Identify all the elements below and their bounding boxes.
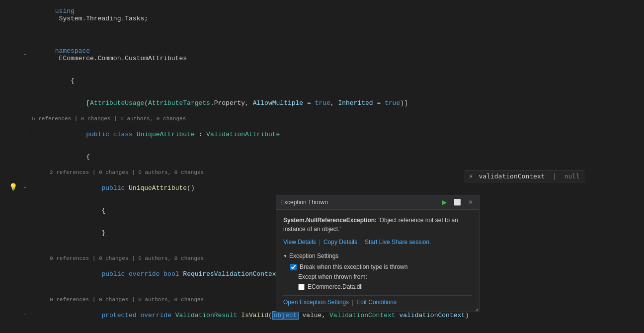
open-exception-settings-link[interactable]: Open Exception Settings — [283, 299, 349, 306]
code-line-brace-open: { — [0, 70, 644, 92]
exception-type: System.NullReferenceException: — [283, 217, 377, 224]
dialog-close-button[interactable]: ✕ — [466, 198, 475, 207]
collapse-ctor[interactable]: − — [23, 185, 26, 191]
collapse-namespace[interactable]: − — [23, 52, 26, 58]
edit-conditions-link[interactable]: Edit Conditions — [356, 299, 397, 306]
dialog-footer-links: Open Exception Settings | Edit Condition… — [283, 295, 472, 306]
dialog-play-button[interactable]: ▶ — [440, 198, 449, 207]
dll-exception-row: ECommerce.Data.dll — [283, 283, 472, 290]
code-line-class-open: { — [0, 146, 644, 168]
collapse-class[interactable]: − — [23, 132, 26, 137]
variable-tooltip: ⚡ validationContext | null — [465, 170, 584, 182]
break-exception-row: Break when this exception type is thrown — [283, 263, 472, 270]
code-line-attribute: [AttributeUsage(AttributeTargets.Propert… — [0, 92, 644, 114]
exception-settings-section: ▼ Exception Settings Break when this exc… — [283, 252, 472, 290]
code-line-1: using System.Threading.Tasks; — [0, 0, 644, 30]
tooltip-warning-icon: ⚡ — [469, 172, 473, 180]
exception-links-row: View Details | Copy Details | Start Live… — [283, 239, 472, 246]
code-line-class: − public class UniqueAttribute : Validat… — [0, 123, 644, 146]
exception-dialog: Exception Thrown ▶ ⬜ ✕ System.NullRefere… — [276, 195, 480, 312]
tooltip-variable: validationContext — [479, 172, 545, 180]
code-line-2 — [0, 30, 644, 40]
dialog-minmax-button[interactable]: ⬜ — [452, 198, 463, 207]
code-meta-refs-1: 5 references | 0 changes | 0 authors, 0 … — [0, 114, 644, 123]
collapse-triangle-icon: ▼ — [283, 254, 287, 258]
dll-exception-label: ECommerce.Data.dll — [308, 283, 363, 290]
resize-handle[interactable]: ◢ — [474, 307, 479, 312]
tooltip-value: null — [564, 172, 580, 180]
dialog-title: Exception Thrown — [280, 199, 328, 206]
dialog-titlebar: Exception Thrown ▶ ⬜ ✕ — [276, 195, 479, 210]
collapse-isvalid[interactable]: − — [23, 313, 26, 318]
break-exception-label: Break when this exception type is thrown — [300, 263, 407, 270]
code-line-isvalid-open: { — [0, 327, 644, 333]
dialog-body: System.NullReferenceException: 'Object r… — [276, 210, 479, 312]
live-share-link[interactable]: Start Live Share session. — [365, 239, 431, 246]
dialog-actions: ▶ ⬜ ✕ — [440, 198, 475, 207]
settings-header-label: Exception Settings — [289, 252, 338, 259]
except-when-label: Except when thrown from: — [283, 273, 472, 280]
break-exception-checkbox[interactable] — [290, 264, 297, 270]
exception-title-block: System.NullReferenceException: 'Object r… — [283, 216, 472, 234]
lightbulb-icon[interactable]: 💡 — [9, 183, 17, 191]
dll-exception-checkbox[interactable] — [298, 284, 305, 290]
settings-header: ▼ Exception Settings — [283, 252, 472, 259]
view-details-link[interactable]: View Details — [283, 239, 316, 246]
code-line-namespace: − namespace ECommerce.Common.CustomAttri… — [0, 40, 644, 70]
copy-details-link[interactable]: Copy Details — [323, 239, 357, 246]
